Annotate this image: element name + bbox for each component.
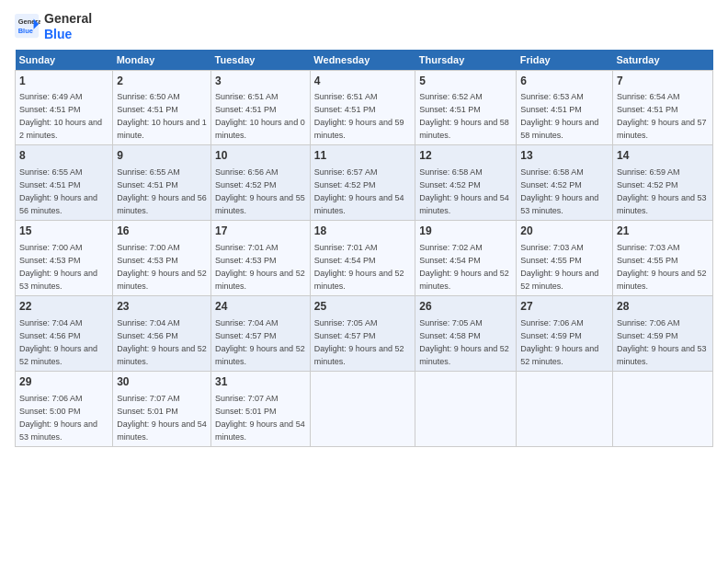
calendar-week-row: 29 Sunrise: 7:06 AMSunset: 5:00 PMDaylig… bbox=[16, 371, 713, 446]
calendar-cell: 1 Sunrise: 6:49 AMSunset: 4:51 PMDayligh… bbox=[16, 70, 113, 145]
day-detail: Sunrise: 7:05 AMSunset: 4:57 PMDaylight:… bbox=[314, 318, 404, 366]
svg-text:Blue: Blue bbox=[18, 26, 33, 34]
day-number: 10 bbox=[215, 148, 306, 164]
header-row: SundayMondayTuesdayWednesdayThursdayFrid… bbox=[16, 50, 713, 71]
day-number: 2 bbox=[117, 74, 207, 89]
calendar-cell: 20 Sunrise: 7:03 AMSunset: 4:55 PMDaylig… bbox=[517, 221, 613, 296]
day-number: 28 bbox=[617, 299, 709, 315]
calendar-cell: 16 Sunrise: 7:00 AMSunset: 4:53 PMDaylig… bbox=[113, 221, 211, 296]
calendar-cell: 30 Sunrise: 7:07 AMSunset: 5:01 PMDaylig… bbox=[113, 371, 211, 446]
calendar-cell: 14 Sunrise: 6:59 AMSunset: 4:52 PMDaylig… bbox=[612, 145, 712, 221]
calendar-cell bbox=[310, 371, 415, 446]
calendar-week-row: 15 Sunrise: 7:00 AMSunset: 4:53 PMDaylig… bbox=[16, 221, 713, 296]
day-detail: Sunrise: 6:52 AMSunset: 4:51 PMDaylight:… bbox=[419, 92, 509, 140]
header: General Blue GeneralBlue bbox=[15, 11, 713, 42]
day-detail: Sunrise: 6:51 AMSunset: 4:51 PMDaylight:… bbox=[215, 92, 305, 140]
calendar-cell: 21 Sunrise: 7:03 AMSunset: 4:55 PMDaylig… bbox=[612, 221, 712, 296]
calendar-cell: 13 Sunrise: 6:58 AMSunset: 4:52 PMDaylig… bbox=[517, 145, 613, 221]
day-detail: Sunrise: 7:00 AMSunset: 4:53 PMDaylight:… bbox=[19, 243, 97, 291]
day-detail: Sunrise: 6:58 AMSunset: 4:52 PMDaylight:… bbox=[520, 167, 598, 215]
day-number: 27 bbox=[520, 299, 609, 315]
calendar-cell: 2 Sunrise: 6:50 AMSunset: 4:51 PMDayligh… bbox=[113, 70, 211, 145]
calendar-cell: 18 Sunrise: 7:01 AMSunset: 4:54 PMDaylig… bbox=[310, 221, 415, 296]
logo-icon: General Blue bbox=[15, 14, 40, 40]
calendar-cell: 27 Sunrise: 7:06 AMSunset: 4:59 PMDaylig… bbox=[517, 295, 613, 371]
day-detail: Sunrise: 6:56 AMSunset: 4:52 PMDaylight:… bbox=[215, 167, 305, 215]
calendar-cell: 19 Sunrise: 7:02 AMSunset: 4:54 PMDaylig… bbox=[415, 221, 517, 296]
day-detail: Sunrise: 6:59 AMSunset: 4:52 PMDaylight:… bbox=[617, 167, 707, 215]
day-number: 15 bbox=[19, 224, 108, 239]
calendar-cell: 28 Sunrise: 7:06 AMSunset: 4:59 PMDaylig… bbox=[612, 295, 712, 371]
day-number: 6 bbox=[520, 74, 609, 89]
logo: General Blue GeneralBlue bbox=[15, 11, 92, 42]
weekday-header: Tuesday bbox=[211, 50, 311, 71]
day-number: 4 bbox=[314, 74, 411, 89]
logo-text: GeneralBlue bbox=[44, 11, 92, 42]
calendar-cell: 4 Sunrise: 6:51 AMSunset: 4:51 PMDayligh… bbox=[310, 70, 415, 145]
calendar-week-row: 1 Sunrise: 6:49 AMSunset: 4:51 PMDayligh… bbox=[16, 70, 713, 145]
day-number: 9 bbox=[117, 148, 207, 164]
calendar-cell: 7 Sunrise: 6:54 AMSunset: 4:51 PMDayligh… bbox=[612, 70, 712, 145]
day-number: 1 bbox=[19, 74, 108, 89]
calendar-cell bbox=[612, 371, 712, 446]
day-number: 26 bbox=[419, 299, 512, 315]
day-number: 20 bbox=[520, 224, 609, 239]
day-number: 16 bbox=[117, 224, 207, 239]
weekday-header: Friday bbox=[517, 50, 613, 71]
day-detail: Sunrise: 7:07 AMSunset: 5:01 PMDaylight:… bbox=[215, 394, 305, 442]
day-detail: Sunrise: 7:03 AMSunset: 4:55 PMDaylight:… bbox=[520, 243, 598, 291]
calendar-cell: 31 Sunrise: 7:07 AMSunset: 5:01 PMDaylig… bbox=[211, 371, 311, 446]
calendar-cell bbox=[415, 371, 517, 446]
calendar-cell bbox=[517, 371, 613, 446]
calendar-cell: 22 Sunrise: 7:04 AMSunset: 4:56 PMDaylig… bbox=[16, 295, 113, 371]
day-number: 30 bbox=[117, 374, 207, 390]
day-detail: Sunrise: 7:04 AMSunset: 4:56 PMDaylight:… bbox=[117, 318, 207, 366]
weekday-header: Thursday bbox=[415, 50, 517, 71]
day-number: 22 bbox=[19, 299, 108, 315]
page-container: General Blue GeneralBlue SundayMondayTue… bbox=[0, 0, 728, 454]
calendar-cell: 10 Sunrise: 6:56 AMSunset: 4:52 PMDaylig… bbox=[211, 145, 311, 221]
calendar-cell: 23 Sunrise: 7:04 AMSunset: 4:56 PMDaylig… bbox=[113, 295, 211, 371]
day-detail: Sunrise: 7:01 AMSunset: 4:54 PMDaylight:… bbox=[314, 243, 404, 291]
day-number: 8 bbox=[19, 148, 108, 164]
day-detail: Sunrise: 6:55 AMSunset: 4:51 PMDaylight:… bbox=[117, 167, 207, 215]
day-number: 19 bbox=[419, 224, 512, 239]
calendar-cell: 17 Sunrise: 7:01 AMSunset: 4:53 PMDaylig… bbox=[211, 221, 311, 296]
day-number: 11 bbox=[314, 148, 411, 164]
day-number: 31 bbox=[215, 374, 306, 390]
day-detail: Sunrise: 7:06 AMSunset: 4:59 PMDaylight:… bbox=[520, 318, 598, 366]
calendar-cell: 15 Sunrise: 7:00 AMSunset: 4:53 PMDaylig… bbox=[16, 221, 113, 296]
calendar-cell: 6 Sunrise: 6:53 AMSunset: 4:51 PMDayligh… bbox=[517, 70, 613, 145]
day-number: 21 bbox=[617, 224, 709, 239]
day-detail: Sunrise: 7:02 AMSunset: 4:54 PMDaylight:… bbox=[419, 243, 509, 291]
calendar-cell: 11 Sunrise: 6:57 AMSunset: 4:52 PMDaylig… bbox=[310, 145, 415, 221]
calendar-cell: 8 Sunrise: 6:55 AMSunset: 4:51 PMDayligh… bbox=[16, 145, 113, 221]
day-detail: Sunrise: 6:55 AMSunset: 4:51 PMDaylight:… bbox=[19, 167, 97, 215]
day-detail: Sunrise: 6:50 AMSunset: 4:51 PMDaylight:… bbox=[117, 92, 207, 140]
calendar-cell: 25 Sunrise: 7:05 AMSunset: 4:57 PMDaylig… bbox=[310, 295, 415, 371]
day-number: 13 bbox=[520, 148, 609, 164]
day-detail: Sunrise: 7:05 AMSunset: 4:58 PMDaylight:… bbox=[419, 318, 509, 366]
day-number: 17 bbox=[215, 224, 306, 239]
day-number: 25 bbox=[314, 299, 411, 315]
day-number: 12 bbox=[419, 148, 512, 164]
calendar-cell: 12 Sunrise: 6:58 AMSunset: 4:52 PMDaylig… bbox=[415, 145, 517, 221]
day-detail: Sunrise: 7:00 AMSunset: 4:53 PMDaylight:… bbox=[117, 243, 207, 291]
day-number: 18 bbox=[314, 224, 411, 239]
calendar-cell: 24 Sunrise: 7:04 AMSunset: 4:57 PMDaylig… bbox=[211, 295, 311, 371]
day-detail: Sunrise: 7:01 AMSunset: 4:53 PMDaylight:… bbox=[215, 243, 305, 291]
day-number: 23 bbox=[117, 299, 207, 315]
calendar-cell: 5 Sunrise: 6:52 AMSunset: 4:51 PMDayligh… bbox=[415, 70, 517, 145]
calendar-table: SundayMondayTuesdayWednesdayThursdayFrid… bbox=[15, 50, 713, 447]
day-detail: Sunrise: 7:06 AMSunset: 4:59 PMDaylight:… bbox=[617, 318, 707, 366]
day-number: 7 bbox=[617, 74, 709, 89]
calendar-week-row: 8 Sunrise: 6:55 AMSunset: 4:51 PMDayligh… bbox=[16, 145, 713, 221]
day-detail: Sunrise: 6:58 AMSunset: 4:52 PMDaylight:… bbox=[419, 167, 509, 215]
day-detail: Sunrise: 7:04 AMSunset: 4:57 PMDaylight:… bbox=[215, 318, 305, 366]
day-number: 14 bbox=[617, 148, 709, 164]
day-detail: Sunrise: 6:53 AMSunset: 4:51 PMDaylight:… bbox=[520, 92, 598, 140]
day-detail: Sunrise: 7:04 AMSunset: 4:56 PMDaylight:… bbox=[19, 318, 97, 366]
weekday-header: Saturday bbox=[612, 50, 712, 71]
day-detail: Sunrise: 6:49 AMSunset: 4:51 PMDaylight:… bbox=[19, 92, 102, 140]
day-detail: Sunrise: 7:03 AMSunset: 4:55 PMDaylight:… bbox=[617, 243, 707, 291]
